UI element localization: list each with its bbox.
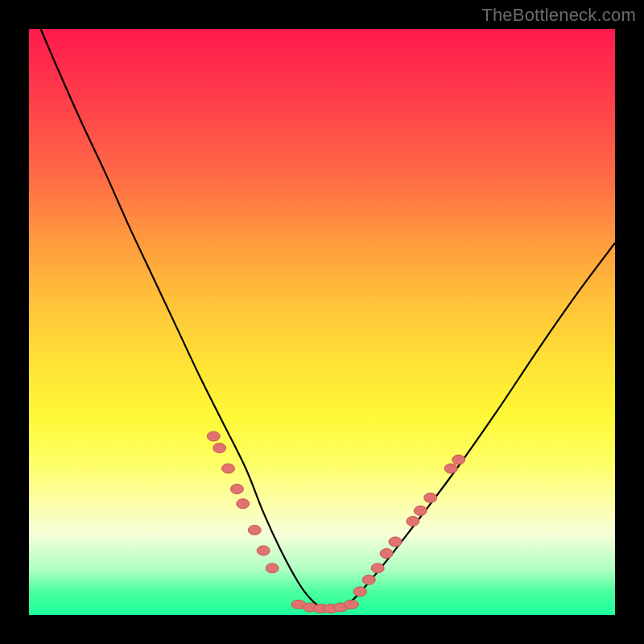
data-marker <box>424 493 437 502</box>
data-marker <box>389 537 402 547</box>
chart-frame: TheBottleneck.com <box>0 0 644 644</box>
data-marker <box>407 517 419 526</box>
data-markers <box>207 431 464 613</box>
data-marker <box>222 464 235 473</box>
data-marker <box>257 546 270 555</box>
data-marker <box>371 564 384 573</box>
data-marker <box>266 564 279 573</box>
data-marker <box>344 600 358 609</box>
data-marker <box>237 499 250 509</box>
plot-area <box>29 29 615 615</box>
watermark-label: TheBottleneck.com <box>481 5 636 26</box>
data-marker <box>444 464 457 473</box>
data-marker <box>414 506 427 515</box>
data-marker <box>248 525 261 535</box>
data-marker <box>207 431 220 441</box>
data-marker <box>230 484 243 493</box>
curve-path <box>41 29 615 609</box>
data-marker <box>353 587 366 597</box>
data-marker <box>452 455 465 464</box>
data-marker <box>362 575 375 584</box>
data-marker <box>213 444 226 453</box>
chart-svg <box>29 29 615 615</box>
data-marker <box>380 549 393 559</box>
